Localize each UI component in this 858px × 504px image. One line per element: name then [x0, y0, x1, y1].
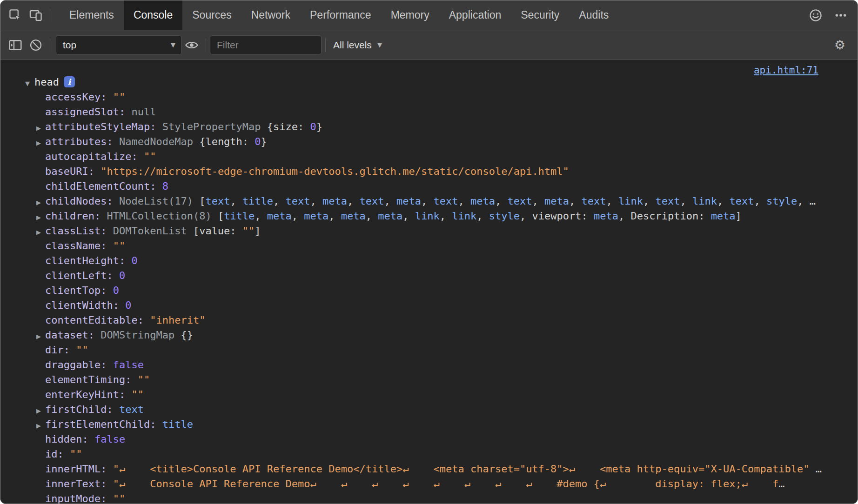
- property-row-innerHTML: innerHTML: "↵ <title>Console API Referen…: [0, 462, 858, 477]
- property-value-token: null: [131, 106, 156, 118]
- gear-icon: ⚙: [834, 38, 845, 52]
- property-value-token: 0: [125, 299, 131, 311]
- filter-input[interactable]: [210, 35, 322, 55]
- inspect-icon: [8, 8, 22, 22]
- property-value-token: ,: [495, 195, 508, 207]
- property-value-token: "": [242, 225, 255, 237]
- tab-network[interactable]: Network: [241, 0, 300, 30]
- property-value-token: 0: [119, 270, 125, 281]
- property-value-token: …: [816, 463, 822, 475]
- property-value-token: style: [766, 195, 797, 207]
- property-value-token: meta: [322, 195, 347, 207]
- property-value-token: "": [70, 448, 82, 460]
- property-value-token: NodeList(17): [119, 195, 199, 207]
- property-value-token: link: [415, 210, 440, 222]
- property-value-token: text: [729, 195, 754, 207]
- expander-icon[interactable]: ▶: [36, 418, 45, 433]
- source-location-link[interactable]: api.html:71: [754, 65, 818, 76]
- property-value-token: meta: [711, 210, 736, 222]
- expander-icon[interactable]: ▶: [36, 225, 45, 240]
- property-value-token: meta: [470, 195, 495, 207]
- tab-audits[interactable]: Audits: [569, 0, 618, 30]
- property-value-token: meta: [341, 210, 366, 222]
- property-value-token: [value:: [193, 225, 242, 237]
- expander-icon[interactable]: ▶: [36, 136, 45, 151]
- console-sidebar-icon: [8, 38, 23, 53]
- property-value-token: {length:: [199, 136, 255, 147]
- property-name: attributes:: [45, 136, 119, 147]
- main-toolbar: ElementsConsoleSourcesNetworkPerformance…: [0, 0, 858, 30]
- property-value-token: text: [508, 195, 532, 207]
- tab-performance[interactable]: Performance: [300, 0, 381, 30]
- property-value-token: Description:: [630, 210, 711, 222]
- property-row-clientLeft: clientLeft: 0: [0, 268, 858, 283]
- settings-button[interactable]: ⚙: [830, 35, 850, 55]
- property-name: elementTiming:: [45, 374, 138, 385]
- property-name: children:: [45, 210, 107, 222]
- property-value-token: text: [286, 195, 310, 207]
- property-row-firstChild[interactable]: ▶firstChild: text: [0, 402, 858, 417]
- property-value-token: 0: [255, 136, 261, 147]
- expander-icon[interactable]: ▶: [36, 329, 45, 344]
- property-row-assignedSlot: assignedSlot: null: [0, 105, 858, 119]
- property-value-token: ,: [458, 195, 471, 207]
- property-value-token: text: [581, 195, 606, 207]
- object-root-row[interactable]: ▼headi: [0, 75, 858, 90]
- tab-application[interactable]: Application: [439, 0, 511, 30]
- property-value-token: ,: [384, 195, 397, 207]
- live-expression-button[interactable]: [181, 35, 202, 55]
- tab-memory[interactable]: Memory: [381, 0, 439, 30]
- log-levels-select[interactable]: All levels ▼: [329, 40, 386, 51]
- property-row-classList[interactable]: ▶classList: DOMTokenList [value: ""]: [0, 224, 858, 239]
- property-row-children[interactable]: ▶children: HTMLCollection(8) [title, met…: [0, 209, 858, 224]
- tab-elements[interactable]: Elements: [60, 0, 124, 30]
- property-value-token: [: [199, 195, 205, 207]
- smiley-icon: [809, 8, 823, 22]
- property-row-accessKey: accessKey: "": [0, 90, 858, 105]
- property-value-token: meta: [594, 210, 618, 222]
- property-row-childNodes[interactable]: ▶childNodes: NodeList(17) [text, title, …: [0, 194, 858, 209]
- expander-icon[interactable]: ▶: [36, 210, 45, 225]
- more-options-button[interactable]: [831, 5, 851, 26]
- javascript-context-select[interactable]: top ▼: [56, 35, 181, 55]
- feedback-button[interactable]: [805, 5, 826, 26]
- expander-icon[interactable]: ▶: [36, 404, 45, 418]
- property-value-token: 0: [113, 285, 119, 296]
- property-row-clientHeight: clientHeight: 0: [0, 253, 858, 268]
- property-name: childNodes:: [45, 195, 119, 207]
- property-value-token: ,: [717, 195, 730, 207]
- clear-console-button[interactable]: [26, 35, 46, 55]
- property-value-token: [: [218, 210, 224, 222]
- console-sidebar-button[interactable]: [5, 35, 26, 55]
- tab-console[interactable]: Console: [124, 0, 182, 30]
- property-value-token: {size:: [267, 121, 310, 133]
- chevron-down-icon: ▼: [171, 41, 175, 48]
- property-value-token: 8: [162, 180, 168, 192]
- property-name: innerHTML:: [45, 463, 113, 475]
- console-toolbar: top ▼ All levels ▼ ⚙: [0, 30, 858, 60]
- property-value-token: text: [360, 195, 384, 207]
- expander-icon[interactable]: ▶: [36, 195, 45, 210]
- property-name: firstChild:: [45, 404, 119, 415]
- console-toolbar-right: ⚙: [830, 35, 850, 55]
- property-row-dataset[interactable]: ▶dataset: DOMStringMap {}: [0, 328, 858, 343]
- inspect-element-button[interactable]: [5, 5, 26, 26]
- property-value-token: link: [452, 210, 476, 222]
- property-name: attributeStyleMap:: [45, 121, 162, 133]
- context-select-value: top: [63, 40, 76, 51]
- property-row-attributes[interactable]: ▶attributes: NamedNodeMap {length: 0}: [0, 134, 858, 149]
- property-row-attributeStyleMap[interactable]: ▶attributeStyleMap: StylePropertyMap {si…: [0, 119, 858, 134]
- expander-icon[interactable]: ▶: [36, 121, 45, 136]
- tab-security[interactable]: Security: [511, 0, 569, 30]
- property-value-token: ,: [440, 210, 452, 222]
- property-value-token: 0: [131, 255, 137, 266]
- expander-icon[interactable]: ▼: [25, 76, 34, 91]
- console-output: api.html:71 ▼headiaccessKey: ""assignedS…: [0, 60, 858, 504]
- property-value-token: "inherit": [150, 314, 205, 326]
- device-toolbar-button[interactable]: [26, 5, 46, 26]
- property-value-token: text: [205, 195, 230, 207]
- device-toolbar-icon: [29, 8, 43, 22]
- property-name: id:: [45, 448, 70, 460]
- property-row-firstElementChild[interactable]: ▶firstElementChild: title: [0, 417, 858, 432]
- tab-sources[interactable]: Sources: [182, 0, 241, 30]
